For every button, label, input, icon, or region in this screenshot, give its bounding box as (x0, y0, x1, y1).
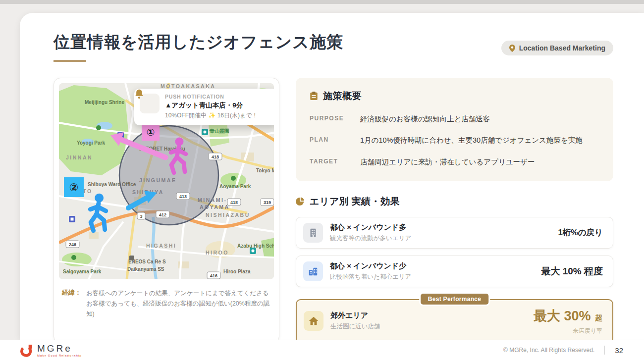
logo-wordmark: MGRe (37, 344, 82, 353)
card-texts: 都心 × インバウンド多 観光客等の流動が多いエリア (330, 223, 411, 243)
card-value-line: 最大 30% 超 (534, 307, 602, 325)
route-badge: 319 (264, 200, 271, 205)
results-cards: 都心 × インバウンド多 観光客等の流動が多いエリア 1桁%の戻り (296, 217, 613, 343)
overview-panel: 施策概要 PURPOSE 経済販促のお客様の認知向上と店舗送客 PLAN 1月の… (296, 78, 613, 181)
route-badge: 416 (210, 273, 217, 278)
card-title: 都心 × インバウンド少 (330, 261, 411, 271)
notification-subtitle-tail: 16日(木)まで！ (217, 112, 258, 119)
footer-divider (604, 346, 605, 355)
route-badge: 3 (140, 213, 142, 218)
marker-1-label: ① (147, 126, 155, 138)
map-label-poi: ENEOS Ca Re S (128, 259, 166, 264)
card-value-caption: 来店戻り率 (534, 327, 602, 335)
card-subtitle: 生活圏に近い店舗 (330, 322, 380, 331)
overview-header: 施策概要 (310, 90, 599, 103)
map-label-district: AOYAMA (200, 204, 230, 210)
home-icon (304, 311, 323, 331)
map-label-district: JINNAN (66, 154, 93, 160)
route-badge: 418 (230, 200, 238, 205)
slide-header: 位置情報を活用したジオフェンス施策 Location Based Marketi… (54, 33, 613, 62)
footer-right: © MGRe, Inc. All Rights Reserved. 32 (503, 346, 623, 355)
marker-2: ② (64, 177, 84, 197)
overview-row-label: PLAN (310, 135, 360, 143)
location-marketing-badge: Location Based Marketing (501, 41, 613, 55)
card-texts: 都心 × インバウンド少 比較的落ち着いた都心エリア (330, 261, 411, 281)
results-header: エリア別 実績・効果 (296, 195, 613, 208)
card-subtitle: 比較的落ち着いた都心エリア (330, 273, 411, 281)
card-value: 最大 30% (534, 309, 591, 323)
result-card-urban-high-inbound: 都心 × インバウンド多 観光客等の流動が多いエリア 1桁%の戻り (296, 217, 613, 249)
map-pin-icon (509, 45, 515, 52)
overview-row-value: 1月の10%優待時期に合わせ、主要30店舗でジオフェンス施策を実施 (360, 135, 583, 146)
slide-canvas: 位置情報を活用したジオフェンス施策 Location Based Marketi… (20, 13, 644, 340)
marker-2-label: ② (69, 181, 79, 194)
card-subtitle: 観光客等の流動が多いエリア (330, 234, 411, 243)
route-badge: 246 (69, 242, 76, 247)
overview-rows: PURPOSE 経済販促のお客様の認知向上と店舗送客 PLAN 1月の10%優待… (310, 108, 599, 173)
page-number: 32 (615, 346, 623, 355)
notification-label: PUSH NOTIFICATION (165, 94, 258, 100)
map-label-poi: Azabu High School (237, 243, 274, 249)
map-label-district: HIGASHI (146, 243, 176, 249)
result-card-urban-low-inbound: 都心 × インバウンド少 比較的落ち着いた都心エリア 最大 10% 程度 (296, 256, 613, 287)
copyright-text: © MGRe, Inc. All Rights Reserved. (503, 347, 594, 354)
card-value-suffix: 超 (595, 313, 602, 322)
note-text: お客様へのアンケートの結果、アンケートにまで答えてくださるお客様であっても、経済… (86, 288, 271, 320)
map-label-poi: Shibuya Ward Office (88, 182, 136, 187)
footer: MGRe Make Good Relationship © MGRe, Inc.… (0, 340, 644, 360)
map-card: 418 413 412 418 319 246 416 3 MOTOAKASAK… (54, 78, 279, 343)
card-value-block: 最大 30% 超 来店戻り率 (534, 307, 602, 335)
results-title: エリア別 実績・効果 (310, 195, 400, 208)
card-texts: 郊外エリア 生活圏に近い店舗 (330, 311, 380, 331)
map-note: 経緯： お客様へのアンケートの結果、アンケートにまで答えてくださるお客様であって… (59, 279, 274, 325)
card-title: 都心 × インバウンド多 (330, 223, 411, 232)
mgre-logo-mark-icon (20, 344, 33, 357)
map-label-poi: Aoyama Park (219, 184, 251, 189)
clipboard-icon (310, 91, 318, 101)
map-label-poi: 青山霊園 (209, 128, 229, 134)
overview-row-label: TARGET (310, 157, 360, 165)
notification-texts: PUSH NOTIFICATION ▲アガット青山本店・9分 10%OFF開催中… (165, 94, 258, 120)
badge-label: Location Based Marketing (519, 44, 605, 52)
route-badge: 412 (159, 212, 166, 217)
route-badge: 413 (179, 194, 187, 199)
push-notification-card: PUSH NOTIFICATION ▲アガット青山本店・9分 10%OFF開催中… (134, 89, 274, 125)
map-label-district: HIROO (206, 250, 229, 256)
title-underline (54, 60, 86, 62)
notification-subtitle: 10%OFF開催中 ✨ 16日(木)まで！ (165, 111, 258, 120)
geofence-map: 418 413 412 418 319 246 416 3 MOTOAKASAK… (59, 83, 274, 279)
map-label-district: JINGUMAE (139, 177, 176, 183)
map-label-poi: Saigoyama Park (63, 269, 102, 274)
map-label-poi: Hiroo Plaza (223, 269, 251, 274)
card-title: 郊外エリア (330, 311, 380, 320)
overview-row-label: PURPOSE (310, 114, 360, 122)
map-label-district: MOTOAKASAKA (161, 83, 215, 89)
map-label-poi: Meijijingu Shrine (85, 100, 124, 105)
logo-tagline: Make Good Relationship (37, 354, 82, 357)
sparkle-icon: ✨ (208, 112, 215, 119)
office-building-icon (303, 223, 323, 243)
route-badge: 418 (212, 154, 219, 159)
overview-row-value: 店舗周辺エリアに来訪・滞在しているアプリユーザー (360, 157, 535, 168)
best-performance-badge: Best Performance (421, 294, 489, 305)
map-label-district: MINAMI- (198, 197, 227, 203)
window-top-strip (0, 0, 644, 4)
note-label: 経緯： (62, 288, 81, 320)
card-value: 1桁%の戻り (558, 227, 603, 238)
pie-chart-icon (296, 197, 305, 206)
overview-row-target: TARGET 店舗周辺エリアに来訪・滞在しているアプリユーザー (310, 152, 599, 173)
overview-row-value: 経済販促のお客様の認知向上と店舗送客 (360, 114, 490, 125)
overview-row-purpose: PURPOSE 経済販促のお客様の認知向上と店舗送客 (310, 108, 599, 130)
marker-1: ① (142, 123, 160, 141)
notification-title: ▲アガット青山本店・9分 (165, 101, 258, 110)
logo-texts: MGRe Make Good Relationship (37, 344, 82, 357)
overview-row-plan: PLAN 1月の10%優待時期に合わせ、主要30店舗でジオフェンス施策を実施 (310, 130, 599, 152)
page-title: 位置情報を活用したジオフェンス施策 (54, 33, 343, 52)
card-value: 最大 10% 程度 (541, 265, 603, 278)
bell-icon (140, 94, 160, 113)
mgre-logo: MGRe Make Good Relationship (20, 344, 82, 357)
notification-subtitle-text: 10%OFF開催中 (165, 112, 207, 119)
title-block: 位置情報を活用したジオフェンス施策 (54, 33, 343, 62)
overview-title: 施策概要 (323, 90, 362, 103)
map-label-poi: Yoyogi Park (77, 140, 105, 146)
